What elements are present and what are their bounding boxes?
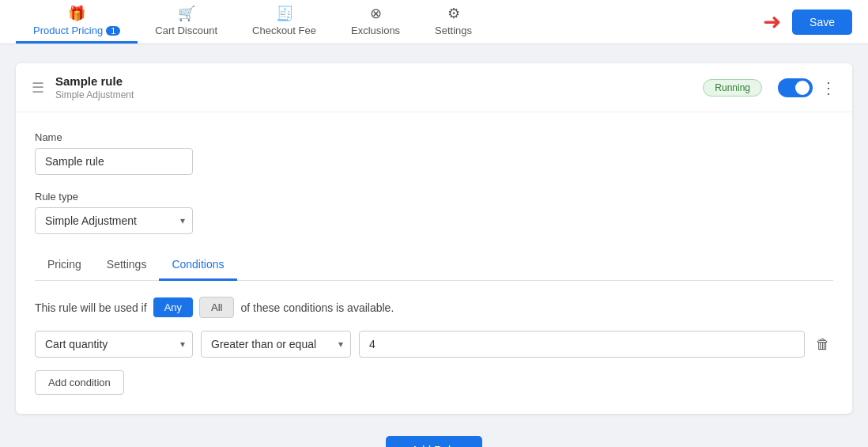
add-rule-area: Add Rule xyxy=(16,436,852,447)
tab-cart-discount-label: Cart Discount xyxy=(155,25,217,36)
add-condition-button[interactable]: Add condition xyxy=(35,370,124,395)
rule-type-select-wrapper: Simple Adjustment Bulk Pricing Tiered Pr… xyxy=(35,207,193,234)
rule-header-actions: ⋮ xyxy=(778,78,836,97)
delete-condition-button[interactable]: 🗑 xyxy=(813,333,833,356)
toggle-slider xyxy=(778,78,813,97)
save-btn-area: ➜ Save xyxy=(763,9,852,35)
condition-type-select[interactable]: Cart quantity Cart total Product quantit… xyxy=(35,331,193,358)
tab-conditions[interactable]: Conditions xyxy=(159,250,236,281)
tab-checkout-fee[interactable]: 🧾 Checkout Fee xyxy=(235,0,334,44)
rule-type-label: Rule type xyxy=(35,191,833,203)
nav-tabs: 🎁 Product Pricing 1 🛒 Cart Discount 🧾 Ch… xyxy=(16,0,489,44)
tab-settings-label: Settings xyxy=(435,25,472,36)
more-options-icon[interactable]: ⋮ xyxy=(821,78,836,97)
rule-type-select[interactable]: Simple Adjustment Bulk Pricing Tiered Pr… xyxy=(35,207,193,234)
tab-rule-settings-label: Settings xyxy=(107,258,147,271)
condition-row: Cart quantity Cart total Product quantit… xyxy=(35,331,833,358)
conditions-area: This rule will be used if Any All of the… xyxy=(35,297,833,395)
product-pricing-icon: 🎁 xyxy=(68,5,85,22)
rule-title-area: Sample rule Simple Adjustment xyxy=(55,74,687,100)
trash-icon: 🗑 xyxy=(816,336,830,352)
rule-header: ☰ Sample rule Simple Adjustment Running … xyxy=(16,63,852,112)
cart-discount-icon: 🛒 xyxy=(178,5,195,22)
tab-product-pricing[interactable]: 🎁 Product Pricing 1 xyxy=(16,0,138,44)
rule-tab-bar: Pricing Settings Conditions xyxy=(35,250,833,281)
rule-subtitle: Simple Adjustment xyxy=(55,89,687,100)
rule-type-form-group: Rule type Simple Adjustment Bulk Pricing… xyxy=(35,191,833,234)
tab-settings[interactable]: ⚙ Settings xyxy=(417,0,489,44)
name-label: Name xyxy=(35,131,833,143)
rule-used-if-text-after: of these conditions is available. xyxy=(240,301,394,314)
top-nav: 🎁 Product Pricing 1 🛒 Cart Discount 🧾 Ch… xyxy=(0,0,868,44)
rule-used-if-row: This rule will be used if Any All of the… xyxy=(35,297,833,318)
tab-rule-settings[interactable]: Settings xyxy=(94,250,160,281)
tab-cart-discount[interactable]: 🛒 Cart Discount xyxy=(138,0,235,44)
condition-operator-wrapper: Greater than or equal Less than or equal… xyxy=(201,331,351,358)
save-button[interactable]: Save xyxy=(792,9,852,35)
rule-toggle[interactable] xyxy=(778,78,813,97)
rule-title: Sample rule xyxy=(55,74,687,88)
arrow-icon: ➜ xyxy=(763,9,781,35)
checkout-fee-icon: 🧾 xyxy=(276,5,293,22)
condition-operator-select[interactable]: Greater than or equal Less than or equal… xyxy=(201,331,351,358)
rule-card: ☰ Sample rule Simple Adjustment Running … xyxy=(16,63,852,414)
rule-used-if-text-before: This rule will be used if xyxy=(35,301,147,314)
tab-checkout-fee-label: Checkout Fee xyxy=(252,25,316,36)
exclusions-icon: ⊗ xyxy=(370,5,382,22)
status-badge: Running xyxy=(703,79,762,97)
tab-conditions-label: Conditions xyxy=(172,258,224,271)
settings-icon: ⚙ xyxy=(447,5,460,22)
rule-body: Name Rule type Simple Adjustment Bulk Pr… xyxy=(16,112,852,414)
any-button[interactable]: Any xyxy=(153,297,193,317)
add-rule-button[interactable]: Add Rule xyxy=(386,436,482,447)
condition-value-input[interactable] xyxy=(359,331,805,358)
all-button[interactable]: All xyxy=(199,297,234,318)
tab-pricing-label: Pricing xyxy=(47,258,81,271)
tab-exclusions-label: Exclusions xyxy=(351,25,400,36)
condition-type-wrapper: Cart quantity Cart total Product quantit… xyxy=(35,331,193,358)
drag-handle-icon[interactable]: ☰ xyxy=(32,79,44,97)
name-input[interactable] xyxy=(35,148,193,175)
tab-product-pricing-label: Product Pricing xyxy=(33,25,103,36)
tab-exclusions[interactable]: ⊗ Exclusions xyxy=(334,0,417,44)
main-content: ☰ Sample rule Simple Adjustment Running … xyxy=(0,44,868,447)
tab-pricing[interactable]: Pricing xyxy=(35,250,94,281)
product-pricing-badge: 1 xyxy=(106,26,120,36)
name-form-group: Name xyxy=(35,131,833,175)
